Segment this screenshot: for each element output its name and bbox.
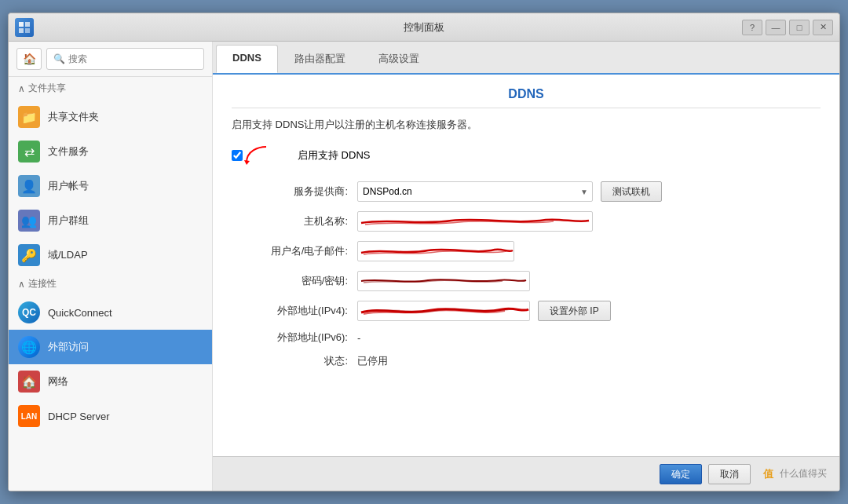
group-icon: 👥 xyxy=(18,210,40,232)
ipv6-label: 外部地址(IPv6): xyxy=(232,331,357,345)
enable-ddns-label[interactable]: 启用支持 DDNS xyxy=(298,148,370,163)
provider-label: 服务提供商: xyxy=(232,184,357,199)
titlebar: 控制面板 ? — □ ✕ xyxy=(9,13,839,42)
ipv4-control: 设置外部 IP xyxy=(357,301,611,321)
external-access-icon: 🌐 xyxy=(18,336,40,358)
sidebar-item-user-account[interactable]: 👤 用户帐号 xyxy=(9,169,212,203)
sidebar-item-quickconnect[interactable]: QC QuickConnect xyxy=(9,295,212,330)
help-button[interactable]: ? xyxy=(742,20,762,35)
sidebar-item-file-service[interactable]: ⇄ 文件服务 xyxy=(9,134,212,169)
enable-ddns-row: 启用支持 DDNS xyxy=(232,141,821,169)
password-row: 密码/密钥: xyxy=(232,271,821,291)
sidebar-search-area: 🏠 🔍 xyxy=(9,42,212,77)
tab-advanced[interactable]: 高级设置 xyxy=(362,45,436,73)
panel-title: DDNS xyxy=(232,87,821,108)
minimize-button[interactable]: — xyxy=(766,20,786,35)
username-input[interactable] xyxy=(357,241,514,261)
enable-checkbox-area xyxy=(232,141,293,169)
close-button[interactable]: ✕ xyxy=(813,20,833,35)
password-input[interactable] xyxy=(357,271,530,291)
username-control xyxy=(357,241,514,261)
svg-marker-4 xyxy=(244,160,250,165)
provider-select-wrapper: DNSPod.cn Synology No-IP DynDNS ▼ xyxy=(357,181,593,202)
sidebar-item-dhcp[interactable]: LAN DHCP Server xyxy=(9,399,212,433)
sidebar-item-external-access[interactable]: 🌐 外部访问 xyxy=(9,330,212,364)
hostname-label: 主机名称: xyxy=(232,214,357,228)
sidebar: 🏠 🔍 ∧ 文件共享 📁 共享文件夹 ⇄ 文件服务 👤 xyxy=(9,42,213,491)
ipv6-control: - xyxy=(357,332,360,344)
status-value: 已停用 xyxy=(357,354,388,368)
provider-control: DNSPod.cn Synology No-IP DynDNS ▼ 测试联机 xyxy=(357,181,662,202)
sidebar-item-user-group[interactable]: 👥 用户群组 xyxy=(9,203,212,238)
footer-site: 什么值得买 xyxy=(780,467,827,480)
ipv6-row: 外部地址(IPv6): - xyxy=(232,331,821,345)
username-field-wrapper xyxy=(357,241,514,261)
file-icon: ⇄ xyxy=(18,141,40,163)
search-icon: 🔍 xyxy=(53,53,65,64)
ipv4-input[interactable] xyxy=(357,301,530,321)
status-control: 已停用 xyxy=(357,354,388,368)
set-external-ip-button[interactable]: 设置外部 IP xyxy=(538,301,611,321)
status-label: 状态: xyxy=(232,354,357,368)
search-box[interactable]: 🔍 xyxy=(46,48,204,70)
password-field-wrapper xyxy=(357,271,530,291)
sidebar-item-shared-folder[interactable]: 📁 共享文件夹 xyxy=(9,100,212,134)
ipv4-label: 外部地址(IPv4): xyxy=(232,304,357,318)
panel-description: 启用支持 DDNS让用户以注册的主机名称连接服务器。 xyxy=(232,118,821,132)
domain-icon: 🔑 xyxy=(18,244,40,266)
svg-rect-3 xyxy=(25,28,30,33)
titlebar-left xyxy=(15,18,34,37)
app-logo xyxy=(15,18,34,37)
password-control xyxy=(357,271,530,291)
maximize-button[interactable]: □ xyxy=(789,20,810,35)
tab-ddns[interactable]: DDNS xyxy=(216,45,278,73)
chevron-icon-2: ∧ xyxy=(18,279,25,290)
svg-rect-2 xyxy=(19,28,24,33)
footer-watermark: 值 xyxy=(763,467,773,481)
search-input[interactable] xyxy=(68,53,197,64)
window-controls: ? — □ ✕ xyxy=(742,20,833,35)
status-row: 状态: 已停用 xyxy=(232,354,821,368)
main-content: DDNS 路由器配置 高级设置 DDNS 启用支持 DDNS让用户以注册的主机名… xyxy=(213,42,839,491)
content-area: 🏠 🔍 ∧ 文件共享 📁 共享文件夹 ⇄ 文件服务 👤 xyxy=(9,42,839,491)
folder-icon: 📁 xyxy=(18,106,40,128)
sidebar-item-network[interactable]: 🏠 网络 xyxy=(9,364,212,399)
username-row: 用户名/电子邮件: xyxy=(232,241,821,261)
provider-select[interactable]: DNSPod.cn Synology No-IP DynDNS xyxy=(357,181,593,202)
provider-row: 服务提供商: DNSPod.cn Synology No-IP DynDNS ▼… xyxy=(232,181,821,202)
test-connection-button[interactable]: 测试联机 xyxy=(601,181,662,202)
main-window: 控制面板 ? — □ ✕ 🏠 🔍 ∧ 文件共享 📁 xyxy=(8,13,840,491)
tabs: DDNS 路由器配置 高级设置 xyxy=(213,42,839,75)
svg-rect-0 xyxy=(19,22,24,27)
ipv4-field-wrapper xyxy=(357,301,530,321)
svg-rect-1 xyxy=(25,22,30,27)
enable-ddns-checkbox[interactable] xyxy=(232,150,243,161)
ddns-panel: DDNS 启用支持 DDNS让用户以注册的主机名称连接服务器。 启用支持 DDN… xyxy=(213,75,839,456)
section-header-connectivity: ∧ 连接性 xyxy=(9,272,212,295)
ipv6-value: - xyxy=(357,332,360,344)
hostname-field-wrapper xyxy=(357,211,593,232)
network-icon: 🏠 xyxy=(18,371,40,393)
password-label: 密码/密钥: xyxy=(232,274,357,288)
window-title: 控制面板 xyxy=(404,20,444,35)
hostname-control xyxy=(357,211,593,232)
chevron-icon: ∧ xyxy=(18,83,25,94)
hostname-input[interactable] xyxy=(357,211,593,232)
dhcp-icon: LAN xyxy=(18,405,40,427)
cancel-button[interactable]: 取消 xyxy=(708,464,751,484)
hostname-row: 主机名称: xyxy=(232,211,821,232)
tab-router-config[interactable]: 路由器配置 xyxy=(278,45,362,73)
username-label: 用户名/电子邮件: xyxy=(232,244,357,258)
bottom-bar: 确定 取消 值 什么值得买 xyxy=(213,456,839,491)
user-icon: 👤 xyxy=(18,175,40,197)
home-button[interactable]: 🏠 xyxy=(16,48,42,70)
sidebar-item-domain[interactable]: 🔑 域/LDAP xyxy=(9,238,212,272)
confirm-button[interactable]: 确定 xyxy=(660,464,702,484)
section-header-file-sharing: ∧ 文件共享 xyxy=(9,77,212,100)
ipv4-row: 外部地址(IPv4): 设置外部 IP xyxy=(232,301,821,321)
quickconnect-icon: QC xyxy=(18,301,40,323)
